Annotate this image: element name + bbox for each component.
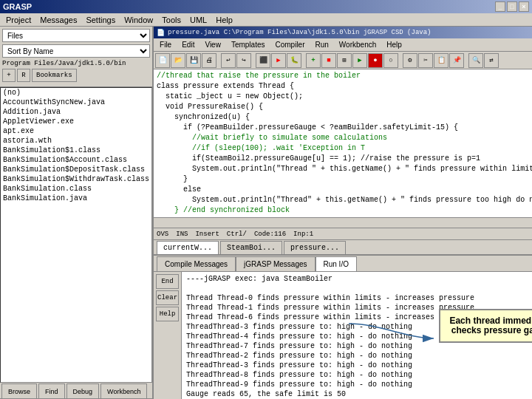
settings-btn[interactable]: ⚙ bbox=[403, 53, 417, 68]
add-button[interactable]: + bbox=[2, 69, 16, 82]
editor-menu-view[interactable]: View bbox=[200, 40, 225, 50]
resume-btn[interactable]: ▶ bbox=[352, 53, 367, 68]
editor-menu-file[interactable]: File bbox=[155, 40, 176, 50]
close-button[interactable]: × bbox=[519, 1, 529, 12]
editor-menu-run[interactable]: Run bbox=[311, 40, 333, 50]
status-ovs: OVS bbox=[157, 231, 168, 238]
cut-btn[interactable]: ✂ bbox=[418, 53, 433, 68]
step-btn[interactable]: ⊞ bbox=[337, 53, 352, 68]
list-item[interactable]: Addition.java bbox=[1, 107, 151, 117]
editor-menu-compiler[interactable]: Compiler bbox=[270, 40, 309, 50]
menu-project[interactable]: Project bbox=[1, 15, 35, 25]
brk-btn[interactable]: ● bbox=[368, 53, 383, 68]
maximize-button[interactable]: □ bbox=[507, 1, 517, 12]
list-item[interactable]: apt.exe bbox=[1, 126, 151, 136]
tab-run-io[interactable]: Run I/O bbox=[316, 256, 357, 271]
left-panel: Files Classes Sort By Name Sort By Type … bbox=[0, 27, 154, 399]
left-panel-top: Files Classes Sort By Name Sort By Type … bbox=[0, 27, 152, 87]
status-ctrl: Ctrl/ bbox=[227, 231, 247, 238]
title-bar: GRASP _ □ × bbox=[0, 0, 532, 13]
code-line: synchronized(u) { bbox=[157, 112, 532, 123]
editor-status: OVS INS Insert Ctrl/ Code:116 Inp:1 bbox=[154, 228, 532, 239]
tab-find[interactable]: Find bbox=[38, 383, 65, 398]
editor-tabs: currentW... SteamBoi... pressure... bbox=[154, 239, 532, 254]
list-item[interactable]: astoria.wth bbox=[1, 136, 151, 146]
open-btn[interactable]: 📂 bbox=[171, 53, 185, 68]
list-item[interactable]: BankSimulation$DepositTask.class bbox=[1, 165, 151, 174]
compile-btn[interactable]: ⬛ bbox=[256, 53, 270, 68]
editor-tab-pressure[interactable]: pressure... bbox=[284, 241, 346, 254]
sort-dropdown[interactable]: Sort By Name Sort By Type bbox=[2, 44, 150, 58]
menu-messages[interactable]: Messages bbox=[35, 15, 81, 25]
tab-debug[interactable]: Debug bbox=[66, 383, 100, 398]
list-item[interactable]: BankSimulation$Account.class bbox=[1, 155, 151, 165]
list-item[interactable]: AccountWithSyncNew.java bbox=[1, 98, 151, 107]
bottom-tabs-row: Compile Messages jGRASP Messages Run I/O bbox=[154, 256, 532, 272]
list-item[interactable]: (no) bbox=[1, 88, 151, 98]
editor-hscrollbar[interactable] bbox=[154, 217, 532, 228]
window-controls: _ □ × bbox=[495, 1, 529, 12]
bookmarks-button[interactable]: Bookmarks bbox=[32, 69, 77, 82]
code-line: else bbox=[157, 185, 532, 195]
print-btn[interactable]: 🖨 bbox=[202, 53, 216, 68]
list-item[interactable]: BankSimulation.class bbox=[1, 184, 151, 194]
tab-browse[interactable]: Browse bbox=[1, 383, 37, 398]
editor-menu-bar: File Edit View Templates Compiler Run Wo… bbox=[154, 38, 532, 52]
find-btn[interactable]: 🔍 bbox=[468, 53, 483, 68]
left-panel-tabs: Browse Find Debug Workbench bbox=[0, 383, 152, 399]
minimize-button[interactable]: _ bbox=[495, 1, 505, 12]
list-item[interactable]: BankSimulation.java bbox=[1, 194, 151, 203]
bottom-panel: Compile Messages jGRASP Messages Run I/O… bbox=[154, 256, 532, 399]
code-line: class pressure extends Thread { bbox=[157, 81, 532, 92]
code-editor[interactable]: //thread that raise the pressure in the … bbox=[154, 69, 532, 217]
tab-compile-messages[interactable]: Compile Messages bbox=[157, 256, 236, 271]
add-btn[interactable]: + bbox=[306, 53, 321, 68]
dropdown-row-2: Sort By Name Sort By Type bbox=[2, 44, 150, 58]
status-ins: INS bbox=[176, 231, 188, 238]
stop-btn[interactable]: ■ bbox=[321, 53, 336, 68]
list-item[interactable]: AppletViewer.exe bbox=[1, 117, 151, 126]
status-code: Code:116 bbox=[254, 231, 286, 238]
end-button[interactable]: End bbox=[156, 274, 179, 289]
paste-btn[interactable]: 📌 bbox=[449, 53, 464, 68]
tab-jgrasp-messages[interactable]: jGRASP Messages bbox=[236, 256, 315, 271]
replace-btn[interactable]: ⇄ bbox=[484, 53, 499, 68]
list-item[interactable]: BankSimulation$1.class bbox=[1, 146, 151, 155]
editor-menu-workbench[interactable]: Workbench bbox=[335, 40, 381, 50]
help-button[interactable]: Help bbox=[156, 307, 179, 321]
list-item[interactable]: BankSimulation$WithdrawTask.class bbox=[1, 174, 151, 184]
bottom-buttons: End Clear Help bbox=[154, 272, 182, 399]
editor-menu-edit[interactable]: Edit bbox=[177, 40, 199, 50]
editor-title-bar: 📄 pressure.java C:\Program Files\Java\jd… bbox=[154, 27, 532, 38]
editor-title: pressure.java C:\Program Files\Java\jdk1… bbox=[168, 29, 431, 36]
debug-btn[interactable]: 🐛 bbox=[287, 53, 301, 68]
output-line: Gauge reads 65, the safe limit is 50 bbox=[186, 389, 532, 399]
run-btn[interactable]: ▶ bbox=[271, 53, 286, 68]
code-line: void PressureRaise() { bbox=[157, 102, 532, 112]
menu-settings[interactable]: Settings bbox=[81, 15, 120, 25]
editor-tab-currentw[interactable]: currentW... bbox=[157, 241, 219, 254]
menu-tools[interactable]: Tools bbox=[157, 15, 185, 25]
bottom-content: End Clear Help ----jGRASP exec: java Ste… bbox=[154, 272, 532, 399]
undo-btn[interactable]: ↩ bbox=[221, 53, 236, 68]
menu-uml[interactable]: UML bbox=[185, 15, 211, 25]
output-line: Thread Thread-0 finds pressure within li… bbox=[186, 293, 532, 303]
menu-window[interactable]: Window bbox=[120, 15, 157, 25]
editor-menu-help[interactable]: Help bbox=[382, 40, 406, 50]
clear-brk-btn[interactable]: ○ bbox=[383, 53, 398, 68]
clear-button[interactable]: Clear bbox=[156, 290, 179, 305]
new-file-btn[interactable]: 📄 bbox=[155, 53, 170, 68]
save-btn[interactable]: 💾 bbox=[186, 53, 201, 68]
editor-tab-steamboi[interactable]: SteamBoi... bbox=[220, 241, 282, 254]
copy-btn[interactable]: 📋 bbox=[434, 53, 449, 68]
app-title: GRASP bbox=[3, 2, 32, 11]
refresh-button[interactable]: R bbox=[17, 69, 30, 82]
files-dropdown[interactable]: Files Classes bbox=[2, 29, 150, 42]
editor-menu-templates[interactable]: Templates bbox=[227, 40, 270, 50]
editor-icon: 📄 bbox=[157, 29, 165, 37]
output-line: ----jGRASP exec: java SteamBoiler bbox=[186, 274, 532, 284]
code-line: //thread that raise the pressure in the … bbox=[157, 71, 532, 81]
tab-workbench[interactable]: Workbench bbox=[100, 383, 147, 398]
redo-btn[interactable]: ↪ bbox=[236, 53, 251, 68]
menu-help[interactable]: Help bbox=[211, 15, 237, 25]
